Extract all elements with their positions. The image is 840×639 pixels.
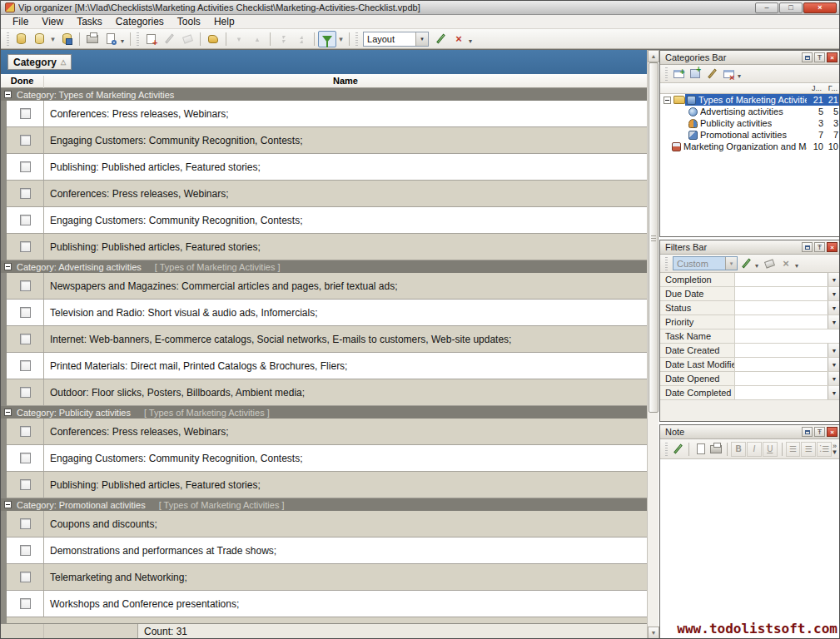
task-row[interactable]: Engaging Customers: Community Recognitio… [7,127,647,154]
open-database-dropdown[interactable]: ▾ [48,31,57,47]
collapse-icon[interactable] [4,501,12,508]
print-note-button[interactable] [708,442,724,457]
save-database-button[interactable] [57,31,76,47]
task-row[interactable]: Printed Materials: Direct mail, Printed … [7,353,647,379]
task-checkbox[interactable] [20,387,31,398]
task-row[interactable]: Workshops and Conference presentations; [7,591,647,617]
task-row[interactable]: Engaging Customers: Community Recognitio… [7,207,647,234]
filter-preset-combo[interactable]: Custom ▾ [673,256,738,270]
move-top-button[interactable]: ▴▴ [292,31,311,47]
bold-button[interactable]: B [731,442,746,457]
filter-value-cell[interactable] [735,315,828,329]
delete-category-button[interactable] [720,67,737,82]
panel-pin-button[interactable]: Ŧ [814,242,825,252]
filter-toggle-button[interactable] [318,31,336,47]
preview-note-button[interactable] [693,442,708,457]
edit-category-button[interactable] [703,67,720,82]
category-item[interactable]: Publicity activities33 [660,117,840,129]
task-row[interactable]: Internet: Web-banners, E-commerce catalo… [7,326,647,353]
group-header[interactable]: Category: Publicity activities[ Types of… [1,406,647,419]
edit-filter-dropdown[interactable]: ▾ [755,262,758,270]
task-checkbox[interactable] [20,479,31,490]
filter-dropdown-button[interactable]: ▼ [828,386,840,399]
task-checkbox[interactable] [20,241,31,252]
task-checkbox[interactable] [20,545,31,556]
filter-dropdown-button[interactable]: ▼ [828,344,840,357]
delete-layout-button[interactable]: × [450,31,468,47]
panel-restore-button[interactable] [802,52,813,62]
scroll-down-button[interactable]: ▼ [648,627,659,639]
task-checkbox[interactable] [20,161,31,172]
panel-restore-button[interactable] [802,242,813,252]
menu-categories[interactable]: Categories [109,15,171,28]
group-header[interactable]: Category: Advertising activities[ Types … [1,260,647,273]
task-checkbox[interactable] [20,334,31,344]
task-checkbox[interactable] [20,426,31,437]
menu-file[interactable]: File [6,15,35,28]
print-overflow[interactable]: ▾ [121,37,124,45]
panel-pin-button[interactable]: Ŧ [814,52,825,62]
task-checkbox[interactable] [20,188,31,199]
menu-help[interactable]: Help [207,15,241,28]
minimize-button[interactable]: – [755,2,778,13]
count-column-1[interactable]: J... [812,84,822,92]
move-down-button[interactable]: ▾ [230,31,248,47]
collapse-icon[interactable] [664,97,671,104]
category-item[interactable]: Types of Marketing Activities2121 [660,94,840,106]
underline-button[interactable]: U [763,442,778,457]
edit-task-button[interactable] [160,31,178,47]
filter-dropdown[interactable]: ▾ [336,31,345,47]
close-button[interactable]: × [803,2,837,13]
new-category-button[interactable] [670,67,687,82]
align-justify-button[interactable]: ☰ [801,442,816,457]
task-row[interactable]: Conferences: Press releases, Webinars; [7,181,647,207]
menu-view[interactable]: View [35,15,70,28]
new-subcategory-button[interactable] [687,67,703,82]
move-bottom-button[interactable]: ▾▾ [274,31,292,47]
filter-dropdown-button[interactable]: ▼ [828,301,840,315]
task-row[interactable]: Conferences: Press releases, Webinars; [7,419,647,445]
task-checkbox[interactable] [20,360,31,371]
category-item[interactable]: Advertising activities55 [660,106,840,117]
clear-filter-button[interactable] [761,256,778,271]
count-column-2[interactable]: Г... [828,84,838,92]
filter-preset-dropdown[interactable]: ▾ [725,257,737,270]
move-up-button[interactable]: ▴ [248,31,266,47]
collapse-icon[interactable] [4,263,12,270]
task-checkbox[interactable] [20,135,31,146]
bullet-list-button[interactable]: ⁚☰ [817,442,832,457]
menu-tools[interactable]: Tools [171,15,207,28]
category-item[interactable]: Marketing Organization and Management101… [660,141,840,152]
task-row[interactable]: Publishing: Published articles, Featured… [7,234,647,260]
filter-value-cell[interactable] [735,372,828,385]
group-header[interactable]: Category: Types of Marketing Activities [1,88,647,101]
task-row[interactable]: Newspapers and Magazines: Commercial art… [7,273,647,300]
column-header-name[interactable]: Name [44,76,647,86]
filter-value-cell[interactable] [735,301,828,315]
task-checkbox[interactable] [20,280,31,291]
task-row[interactable]: Demonstrations and performances at Trade… [7,537,647,564]
maximize-button[interactable]: □ [779,2,803,13]
filter-dropdown-button[interactable]: ▼ [828,315,840,329]
panel-close-button[interactable]: × [827,427,838,437]
categories-toolbar-overflow[interactable]: ▾ [738,72,741,80]
print-button[interactable] [83,31,102,47]
task-checkbox[interactable] [20,518,31,529]
note-toolbar-more[interactable]: »▾ [833,443,837,455]
panel-close-button[interactable]: × [827,242,838,252]
filters-toolbar-overflow[interactable]: ▾ [795,262,798,270]
task-checkbox[interactable] [20,108,31,119]
filter-dropdown-button[interactable]: ▼ [828,273,840,286]
scrollbar-thumb[interactable] [649,62,659,413]
edit-layout-button[interactable] [431,31,450,47]
delete-filter-button[interactable]: × [778,256,794,271]
delete-task-button[interactable] [178,31,196,47]
task-checkbox[interactable] [20,453,31,463]
filter-dropdown-button[interactable]: ▼ [828,287,840,300]
task-row[interactable]: Television and Radio: Short visual & aud… [7,300,647,326]
filter-value-cell[interactable] [735,273,828,286]
list-scrollbar[interactable]: ▲ ▼ [647,50,659,639]
filter-value-cell[interactable] [735,386,828,399]
panel-close-button[interactable]: × [827,52,838,62]
new-task-button[interactable] [142,31,160,47]
